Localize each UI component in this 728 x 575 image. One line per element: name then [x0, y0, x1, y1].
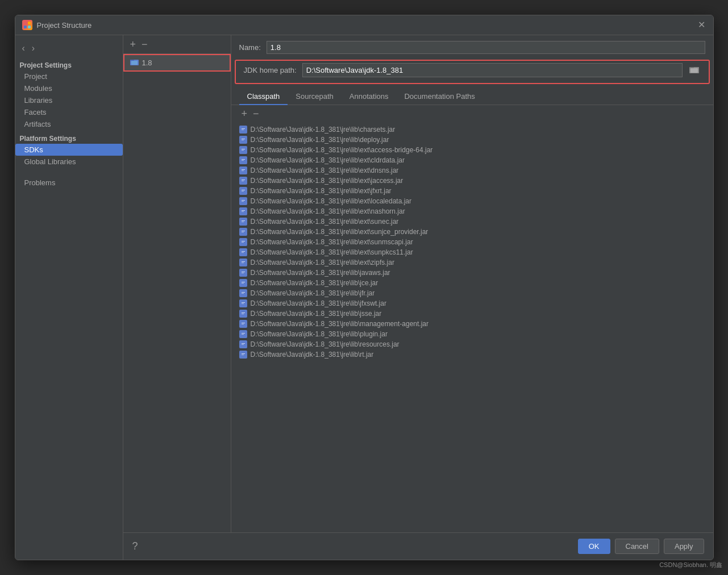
sdk-folder-icon: [130, 58, 139, 68]
classpath-item[interactable]: D:\Software\Java\jdk-1.8_381\jre\lib\jfx…: [231, 298, 713, 309]
forward-button[interactable]: ›: [30, 42, 37, 55]
tab-annotations[interactable]: Annotations: [342, 89, 397, 105]
classpath-item[interactable]: D:\Software\Java\jdk-1.8_381\jre\lib\res…: [231, 339, 713, 349]
svg-rect-24: [242, 170, 244, 171]
back-button[interactable]: ‹: [20, 42, 27, 55]
svg-rect-3: [28, 26, 31, 28]
classpath-item-path: D:\Software\Java\jdk-1.8_381\jre\lib\ext…: [251, 238, 413, 246]
classpath-item-path: D:\Software\Java\jdk-1.8_381\jre\lib\ext…: [251, 177, 403, 185]
main-content: + − 1.8: [123, 35, 713, 560]
sidebar-item-global-libraries[interactable]: Global Libraries: [15, 156, 123, 168]
sidebar-item-libraries[interactable]: Libraries: [15, 94, 123, 106]
classpath-item[interactable]: D:\Software\Java\jdk-1.8_381\jre\lib\man…: [231, 319, 713, 329]
svg-rect-23: [242, 169, 245, 170]
classpath-item[interactable]: D:\Software\Java\jdk-1.8_381\jre\lib\rt.…: [231, 349, 713, 360]
svg-rect-29: [242, 190, 245, 190]
classpath-item[interactable]: D:\Software\Java\jdk-1.8_381\jre\lib\plu…: [231, 329, 713, 339]
svg-rect-11: [242, 128, 245, 129]
window-title: Project Structure: [37, 21, 92, 30]
tab-sourcepath[interactable]: Sourcepath: [288, 89, 342, 105]
svg-rect-18: [242, 150, 244, 151]
classpath-item[interactable]: D:\Software\Java\jdk-1.8_381\jre\lib\ext…: [231, 145, 713, 155]
sidebar-item-sdks[interactable]: SDKs: [15, 144, 123, 156]
jar-icon: [239, 146, 247, 154]
classpath-list[interactable]: D:\Software\Java\jdk-1.8_381\jre\lib\cha…: [231, 122, 713, 532]
svg-rect-68: [242, 323, 245, 323]
sidebar-nav: ‹ ›: [15, 40, 123, 59]
remove-sdk-button[interactable]: −: [139, 39, 150, 50]
tab-classpath[interactable]: Classpath: [239, 89, 288, 105]
svg-rect-63: [242, 303, 244, 304]
apply-button[interactable]: Apply: [664, 539, 704, 554]
svg-rect-77: [242, 353, 245, 354]
classpath-item[interactable]: D:\Software\Java\jdk-1.8_381\jre\lib\jce…: [231, 278, 713, 288]
jar-icon: [239, 330, 247, 338]
svg-rect-2: [24, 26, 27, 28]
name-label: Name:: [239, 43, 261, 52]
cancel-button[interactable]: Cancel: [615, 539, 659, 554]
classpath-item[interactable]: D:\Software\Java\jdk-1.8_381\jre\lib\ext…: [231, 237, 713, 247]
jar-icon: [239, 310, 247, 318]
classpath-item[interactable]: D:\Software\Java\jdk-1.8_381\jre\lib\ext…: [231, 165, 713, 176]
classpath-item-path: D:\Software\Java\jdk-1.8_381\jre\lib\ext…: [251, 197, 411, 205]
svg-rect-65: [242, 312, 245, 313]
classpath-item-path: D:\Software\Java\jdk-1.8_381\jre\lib\ext…: [251, 218, 399, 226]
classpath-item-path: D:\Software\Java\jdk-1.8_381\jre\lib\res…: [251, 340, 400, 348]
tab-documentation-paths[interactable]: Documentation Paths: [396, 89, 482, 105]
svg-rect-6: [131, 61, 138, 65]
sidebar-item-project[interactable]: Project: [15, 70, 123, 82]
classpath-item[interactable]: D:\Software\Java\jdk-1.8_381\jre\lib\ext…: [231, 216, 713, 227]
jar-icon: [239, 279, 247, 287]
svg-rect-62: [242, 302, 245, 303]
classpath-item[interactable]: D:\Software\Java\jdk-1.8_381\jre\lib\ext…: [231, 206, 713, 216]
close-button[interactable]: ✕: [697, 20, 706, 30]
svg-rect-57: [242, 283, 244, 284]
name-input[interactable]: [267, 41, 705, 54]
help-button[interactable]: ?: [132, 540, 138, 552]
classpath-item-path: D:\Software\Java\jdk-1.8_381\jre\lib\jss…: [251, 310, 382, 318]
classpath-item[interactable]: D:\Software\Java\jdk-1.8_381\jre\lib\ext…: [231, 176, 713, 186]
svg-rect-51: [242, 262, 244, 263]
svg-rect-50: [242, 261, 245, 262]
classpath-item[interactable]: D:\Software\Java\jdk-1.8_381\jre\lib\ext…: [231, 227, 713, 237]
classpath-item[interactable]: D:\Software\Java\jdk-1.8_381\jre\lib\ext…: [231, 247, 713, 257]
jar-icon: [239, 269, 247, 277]
sidebar-item-problems[interactable]: Problems: [15, 177, 123, 189]
ok-button[interactable]: OK: [578, 539, 610, 554]
classpath-item[interactable]: D:\Software\Java\jdk-1.8_381\jre\lib\cha…: [231, 124, 713, 135]
sdk-item-1.8[interactable]: 1.8: [123, 54, 231, 72]
svg-rect-27: [242, 181, 244, 181]
classpath-item-path: D:\Software\Java\jdk-1.8_381\jre\lib\ext…: [251, 207, 405, 215]
classpath-item[interactable]: D:\Software\Java\jdk-1.8_381\jre\lib\jss…: [231, 309, 713, 319]
classpath-item[interactable]: D:\Software\Java\jdk-1.8_381\jre\lib\ext…: [231, 155, 713, 165]
sidebar-item-facets[interactable]: Facets: [15, 106, 123, 118]
svg-rect-45: [242, 242, 244, 243]
svg-rect-36: [242, 211, 244, 212]
project-structure-dialog: Project Structure ✕ ‹ › Project Settings…: [15, 15, 714, 560]
jar-icon: [239, 218, 247, 226]
jdk-path-input[interactable]: [302, 63, 683, 77]
classpath-item[interactable]: D:\Software\Java\jdk-1.8_381\jre\lib\ext…: [231, 186, 713, 196]
browse-folder-button[interactable]: [688, 64, 701, 77]
dialog-footer: ? OK Cancel Apply: [123, 532, 713, 560]
classpath-item-path: D:\Software\Java\jdk-1.8_381\jre\lib\jce…: [251, 279, 378, 287]
project-settings-label: Project Settings: [15, 59, 123, 70]
svg-rect-42: [242, 232, 244, 232]
svg-rect-48: [242, 252, 244, 253]
svg-rect-1: [28, 22, 31, 24]
classpath-item[interactable]: D:\Software\Java\jdk-1.8_381\jre\lib\ext…: [231, 257, 713, 268]
classpath-item[interactable]: D:\Software\Java\jdk-1.8_381\jre\lib\jav…: [231, 268, 713, 278]
sidebar-item-modules[interactable]: Modules: [15, 82, 123, 94]
classpath-item-path: D:\Software\Java\jdk-1.8_381\jre\lib\jfr…: [251, 289, 375, 297]
jar-icon: [239, 340, 247, 348]
classpath-item[interactable]: D:\Software\Java\jdk-1.8_381\jre\lib\jfr…: [231, 288, 713, 298]
svg-rect-26: [242, 180, 245, 180]
sidebar-item-artifacts[interactable]: Artifacts: [15, 118, 123, 130]
classpath-item[interactable]: D:\Software\Java\jdk-1.8_381\jre\lib\ext…: [231, 196, 713, 206]
dialog-body: ‹ › Project Settings Project Modules Lib…: [15, 35, 713, 560]
classpath-item-path: D:\Software\Java\jdk-1.8_381\jre\lib\ext…: [251, 166, 399, 174]
classpath-item[interactable]: D:\Software\Java\jdk-1.8_381\jre\lib\dep…: [231, 135, 713, 145]
add-classpath-button[interactable]: +: [239, 108, 250, 119]
add-sdk-button[interactable]: +: [128, 39, 139, 50]
remove-classpath-button[interactable]: −: [251, 108, 261, 119]
